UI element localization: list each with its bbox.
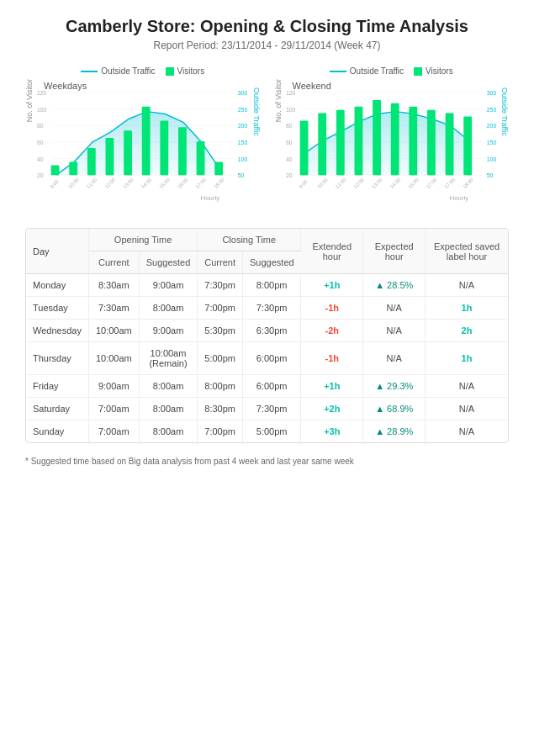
- svg-rect-59: [299, 120, 308, 175]
- td-expected-saved: 2h: [426, 320, 508, 342]
- visitors-bar-icon-weekend: [414, 67, 422, 76]
- td-expected: ▲ 28.5%: [363, 274, 426, 297]
- svg-rect-27: [197, 141, 205, 175]
- svg-text:18:00: 18:00: [213, 177, 225, 189]
- td-extended: -2h: [301, 320, 363, 342]
- td-day: Sunday: [26, 420, 88, 443]
- svg-text:300: 300: [486, 90, 496, 96]
- td-expected: N/A: [363, 320, 426, 342]
- visitors-legend-weekend: Visitors: [414, 66, 453, 76]
- svg-text:20: 20: [285, 172, 292, 178]
- right-axis-label-weekend: Outside Traffic: [500, 79, 509, 136]
- th-opening: Opening Time: [88, 229, 197, 251]
- svg-marker-58: [304, 112, 468, 176]
- outside-traffic-line-icon-weekend: [330, 71, 346, 72]
- charts-row: Outside Traffic Visitors No. of Visitor …: [25, 66, 509, 208]
- td-open-suggested: 10:00am(Remain): [139, 342, 198, 375]
- td-close-suggested: 7:30pm: [243, 398, 301, 420]
- td-extended: -1h: [301, 342, 363, 375]
- td-open-current: 7:00am: [88, 398, 139, 420]
- td-close-current: 8:00pm: [198, 375, 243, 398]
- svg-text:18:00: 18:00: [462, 177, 474, 189]
- weekdays-title: Weekdays: [44, 81, 87, 91]
- svg-rect-61: [336, 110, 344, 176]
- td-close-current: 5:00pm: [198, 342, 243, 375]
- table-row: Saturday 7:00am 8:00am 8:30pm 7:30pm +2h…: [26, 398, 508, 420]
- td-expected: ▲ 29.3%: [363, 375, 426, 398]
- td-open-current: 9:00am: [88, 375, 139, 398]
- visitors-label-weekend: Visitors: [426, 66, 453, 76]
- outside-traffic-legend: Outside Traffic: [81, 66, 155, 76]
- svg-text:80: 80: [37, 123, 44, 129]
- outside-traffic-legend-weekend: Outside Traffic: [330, 66, 404, 76]
- svg-text:14:00: 14:00: [389, 177, 401, 189]
- visitors-bar-icon: [166, 67, 174, 76]
- svg-text:60: 60: [285, 140, 292, 145]
- td-day: Thursday: [26, 342, 88, 375]
- svg-text:17:00: 17:00: [425, 177, 437, 189]
- td-open-current: 8:30am: [88, 274, 139, 297]
- th-close-current: Current: [198, 251, 243, 274]
- left-axis-label-weekdays: No. of Visitor: [25, 79, 34, 130]
- svg-text:20: 20: [37, 172, 44, 178]
- td-close-suggested: 8:00pm: [243, 274, 301, 297]
- td-expected-saved: N/A: [426, 375, 508, 398]
- td-open-suggested: 8:00am: [139, 420, 198, 443]
- table-row: Monday 8:30am 9:00am 7:30pm 8:00pm +1h ▲…: [26, 274, 508, 297]
- td-extended: -1h: [301, 297, 363, 320]
- svg-text:Hourly: Hourly: [449, 194, 468, 202]
- td-extended: +2h: [301, 398, 363, 420]
- td-expected: ▲ 68.9%: [363, 398, 426, 420]
- td-open-current: 10:00am: [88, 342, 139, 375]
- table-row: Sunday 7:00am 8:00am 7:00pm 5:00pm +3h ▲…: [26, 420, 508, 443]
- td-extended: +1h: [301, 274, 363, 297]
- weekend-legend: Outside Traffic Visitors: [274, 66, 510, 76]
- visitors-label: Visitors: [177, 66, 205, 76]
- svg-text:Hourly: Hourly: [201, 194, 220, 202]
- outside-traffic-line-icon: [81, 71, 98, 72]
- svg-text:15:00: 15:00: [407, 177, 420, 189]
- td-open-suggested: 8:00am: [139, 297, 198, 320]
- td-close-current: 7:30pm: [198, 274, 243, 297]
- th-expected-saved: Expected saved label hour: [426, 229, 508, 274]
- td-close-suggested: 5:00pm: [243, 420, 301, 443]
- svg-text:12:00: 12:00: [352, 177, 365, 189]
- td-open-suggested: 9:00am: [139, 320, 198, 342]
- svg-text:16:00: 16:00: [177, 177, 189, 189]
- td-expected-saved: N/A: [426, 420, 508, 443]
- th-open-current: Current: [88, 251, 139, 274]
- svg-text:150: 150: [238, 140, 248, 145]
- weekdays-legend: Outside Traffic Visitors: [25, 66, 261, 76]
- weekend-title: Weekend: [293, 81, 331, 91]
- td-open-current: 7:00am: [88, 420, 139, 443]
- th-open-suggested: Suggested: [139, 251, 198, 274]
- td-close-suggested: 6:00pm: [243, 375, 301, 398]
- th-expected: Expected hour: [363, 229, 426, 274]
- svg-text:13:00: 13:00: [122, 177, 135, 189]
- svg-rect-26: [178, 127, 187, 175]
- td-open-suggested: 8:00am: [139, 398, 198, 420]
- td-day: Tuesday: [26, 297, 88, 320]
- svg-text:200: 200: [238, 123, 248, 129]
- td-expected-saved: 1h: [426, 297, 508, 320]
- svg-rect-19: [51, 166, 60, 176]
- svg-text:40: 40: [285, 156, 292, 162]
- th-extended: Extended hour: [301, 229, 363, 274]
- td-open-suggested: 9:00am: [139, 274, 198, 297]
- table-row: Tuesday 7:30am 8:00am 7:00pm 7:30pm -1h …: [26, 297, 508, 320]
- svg-rect-62: [354, 107, 362, 176]
- svg-text:13:00: 13:00: [371, 177, 383, 189]
- svg-text:9:00: 9:00: [298, 178, 309, 189]
- visitors-legend: Visitors: [166, 66, 205, 76]
- page-title: Camberly Store: Opening & Closing Time A…: [25, 17, 509, 36]
- svg-text:250: 250: [238, 107, 248, 113]
- svg-text:100: 100: [486, 156, 496, 162]
- outside-traffic-label: Outside Traffic: [101, 66, 155, 76]
- td-expected-saved: N/A: [426, 398, 508, 420]
- td-open-suggested: 8:00am: [139, 375, 198, 398]
- svg-text:300: 300: [238, 90, 248, 96]
- svg-text:11:00: 11:00: [334, 177, 346, 189]
- svg-rect-24: [142, 107, 151, 176]
- svg-text:12:00: 12:00: [103, 177, 116, 189]
- td-expected: N/A: [363, 297, 426, 320]
